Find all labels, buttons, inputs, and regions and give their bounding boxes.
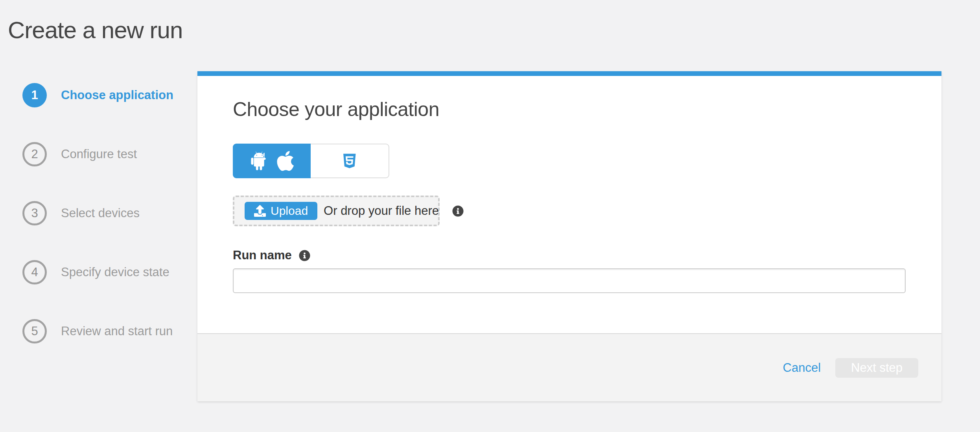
run-name-label: Run name (233, 248, 292, 262)
html5-icon (343, 153, 356, 169)
upload-button-label: Upload (271, 204, 308, 218)
panel-body: Choose your application Upload (197, 76, 941, 333)
wizard-stepper: 1 Choose application 2 Configure test 3 … (22, 83, 192, 378)
run-name-label-row: Run name (233, 248, 906, 262)
drop-file-text: Or drop your file here (324, 204, 439, 218)
step-configure-test[interactable]: 2 Configure test (22, 142, 192, 166)
info-circle-icon[interactable] (452, 205, 464, 217)
step-number-badge: 3 (22, 201, 47, 225)
toggle-native-mobile[interactable] (233, 144, 311, 178)
step-number-badge: 5 (22, 319, 47, 343)
step-label: Review and start run (61, 324, 173, 338)
step-choose-application[interactable]: 1 Choose application (22, 83, 192, 107)
next-step-button[interactable]: Next step (835, 358, 918, 378)
platform-toggle (233, 144, 389, 178)
step-label: Specify device state (61, 265, 169, 279)
upload-row: Upload Or drop your file here (233, 196, 906, 226)
run-name-input[interactable] (233, 268, 906, 293)
info-circle-icon[interactable] (299, 250, 310, 261)
page-title: Create a new run (8, 17, 182, 44)
cancel-link[interactable]: Cancel (783, 361, 821, 375)
file-dropzone[interactable]: Upload Or drop your file here (233, 196, 440, 226)
step-number-badge: 4 (22, 260, 47, 284)
step-number-badge: 2 (22, 142, 47, 166)
step-label: Select devices (61, 206, 140, 220)
upload-button[interactable]: Upload (245, 202, 317, 220)
panel-heading: Choose your application (233, 99, 906, 120)
android-icon (250, 150, 268, 172)
apple-icon (268, 150, 294, 172)
panel-footer: Cancel Next step (197, 333, 941, 401)
toggle-web-app[interactable] (311, 144, 389, 178)
step-select-devices[interactable]: 3 Select devices (22, 201, 192, 225)
step-review-and-start-run[interactable]: 5 Review and start run (22, 319, 192, 343)
step-specify-device-state[interactable]: 4 Specify device state (22, 260, 192, 284)
step-number-badge: 1 (22, 83, 47, 107)
upload-icon (254, 205, 266, 217)
step-label: Configure test (61, 147, 137, 161)
wizard-panel: Choose your application Upload (197, 71, 941, 401)
step-label: Choose application (61, 88, 173, 102)
